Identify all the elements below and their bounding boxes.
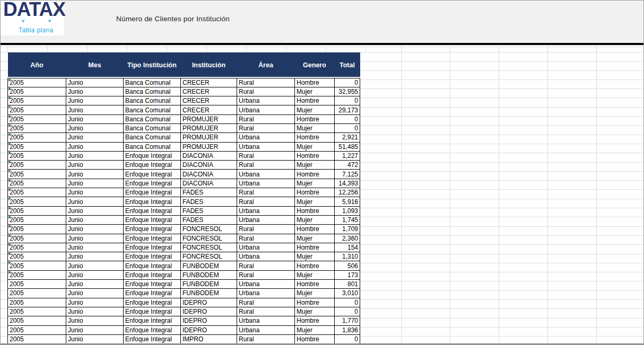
cell[interactable]: Mujer: [295, 325, 335, 334]
cell[interactable]: DIACONIA: [181, 170, 237, 179]
cell[interactable]: 2005: [8, 179, 66, 188]
cell[interactable]: Enfoque Integral: [124, 151, 181, 160]
cell[interactable]: Rural: [237, 270, 295, 279]
cell[interactable]: FONCRESOL: [181, 234, 237, 243]
cell[interactable]: 1,093: [335, 206, 360, 215]
cell[interactable]: 2005: [8, 298, 66, 307]
cell[interactable]: PROMUJER: [181, 114, 237, 123]
cell[interactable]: Mujer: [295, 197, 335, 206]
cell[interactable]: Urbana: [237, 179, 295, 188]
cell[interactable]: 2005: [8, 215, 66, 224]
cell[interactable]: Mujer: [295, 289, 335, 298]
cell[interactable]: 2005: [8, 325, 66, 334]
cell[interactable]: 2005: [8, 334, 66, 343]
cell[interactable]: 2005: [8, 252, 66, 261]
cell[interactable]: Enfoque Integral: [124, 252, 181, 261]
cell[interactable]: Mujer: [295, 161, 335, 170]
cell[interactable]: Urbana: [237, 105, 295, 114]
cell[interactable]: Junio: [66, 334, 124, 343]
cell[interactable]: 2005: [8, 123, 66, 132]
cell[interactable]: 154: [335, 243, 360, 252]
cell[interactable]: 14,393: [335, 179, 360, 188]
cell[interactable]: Urbana: [237, 316, 295, 325]
cell[interactable]: 2005: [8, 87, 66, 96]
cell[interactable]: 2005: [8, 170, 66, 179]
cell[interactable]: Enfoque Integral: [124, 316, 181, 325]
cell[interactable]: 2,360: [335, 234, 360, 243]
cell[interactable]: Urbana: [237, 325, 295, 334]
cell[interactable]: PROMUJER: [181, 142, 237, 151]
cell[interactable]: 0: [335, 298, 360, 307]
cell[interactable]: 0: [335, 114, 360, 123]
cell[interactable]: Junio: [66, 307, 124, 316]
cell[interactable]: Junio: [66, 215, 124, 224]
cell[interactable]: FUNBODEM: [181, 280, 237, 289]
cell[interactable]: 1,836: [335, 325, 360, 334]
cell[interactable]: 2005: [8, 289, 66, 298]
cell[interactable]: Banca Comunal: [124, 96, 181, 105]
cell[interactable]: Junio: [66, 280, 124, 289]
cell[interactable]: Mujer: [295, 270, 335, 279]
cell[interactable]: 2005: [8, 307, 66, 316]
cell[interactable]: Junio: [66, 87, 124, 96]
cell[interactable]: 2005: [8, 151, 66, 160]
cell[interactable]: Urbana: [237, 215, 295, 224]
cell[interactable]: IDEPRO: [181, 298, 237, 307]
cell[interactable]: 1,310: [335, 252, 360, 261]
cell[interactable]: Rural: [237, 114, 295, 123]
cell[interactable]: Enfoque Integral: [124, 261, 181, 270]
cell[interactable]: Enfoque Integral: [124, 325, 181, 334]
cell[interactable]: Banca Comunal: [124, 123, 181, 132]
column-header-genero[interactable]: Genero: [295, 52, 335, 78]
cell[interactable]: 29,173: [335, 105, 360, 114]
cell[interactable]: DIACONIA: [181, 151, 237, 160]
cell[interactable]: Enfoque Integral: [124, 225, 181, 234]
cell[interactable]: Junio: [66, 325, 124, 334]
cell[interactable]: Enfoque Integral: [124, 298, 181, 307]
cell[interactable]: Junio: [66, 161, 124, 170]
cell[interactable]: Mujer: [295, 179, 335, 188]
cell[interactable]: Junio: [66, 151, 124, 160]
cell[interactable]: Enfoque Integral: [124, 270, 181, 279]
cell[interactable]: Hombre: [295, 96, 335, 105]
cell[interactable]: Hombre: [295, 261, 335, 270]
cell[interactable]: 2005: [8, 188, 66, 197]
cell[interactable]: Enfoque Integral: [124, 234, 181, 243]
cell[interactable]: 2005: [8, 225, 66, 234]
cell[interactable]: CRECER: [181, 96, 237, 105]
cell[interactable]: Rural: [237, 87, 295, 96]
cell[interactable]: Junio: [66, 123, 124, 132]
cell[interactable]: Mujer: [295, 105, 335, 114]
cell[interactable]: Mujer: [295, 234, 335, 243]
cell[interactable]: IDEPRO: [181, 307, 237, 316]
cell[interactable]: Junio: [66, 261, 124, 270]
column-header-mes[interactable]: Mes: [66, 52, 124, 78]
cell[interactable]: Hombre: [295, 316, 335, 325]
cell[interactable]: 2005: [8, 105, 66, 114]
cell[interactable]: FADES: [181, 188, 237, 197]
cell[interactable]: 1,227: [335, 151, 360, 160]
cell[interactable]: Enfoque Integral: [124, 215, 181, 224]
cell[interactable]: Junio: [66, 289, 124, 298]
cell[interactable]: Junio: [66, 78, 124, 87]
cell[interactable]: 2005: [8, 133, 66, 142]
cell[interactable]: 1,745: [335, 215, 360, 224]
cell[interactable]: 2005: [8, 161, 66, 170]
cell[interactable]: Mujer: [295, 142, 335, 151]
cell[interactable]: Rural: [237, 123, 295, 132]
cell[interactable]: Urbana: [237, 243, 295, 252]
cell[interactable]: 51,485: [335, 142, 360, 151]
cell[interactable]: Urbana: [237, 289, 295, 298]
cell[interactable]: Mujer: [295, 307, 335, 316]
cell[interactable]: 2005: [8, 316, 66, 325]
cell[interactable]: Enfoque Integral: [124, 307, 181, 316]
column-header-área[interactable]: Área: [237, 52, 295, 78]
cell[interactable]: Mujer: [295, 215, 335, 224]
cell[interactable]: Banca Comunal: [124, 133, 181, 142]
cell[interactable]: Urbana: [237, 96, 295, 105]
cell[interactable]: Mujer: [295, 87, 335, 96]
cell[interactable]: Urbana: [237, 252, 295, 261]
cell[interactable]: 2005: [8, 270, 66, 279]
cell[interactable]: Junio: [66, 142, 124, 151]
cell[interactable]: 0: [335, 334, 360, 343]
